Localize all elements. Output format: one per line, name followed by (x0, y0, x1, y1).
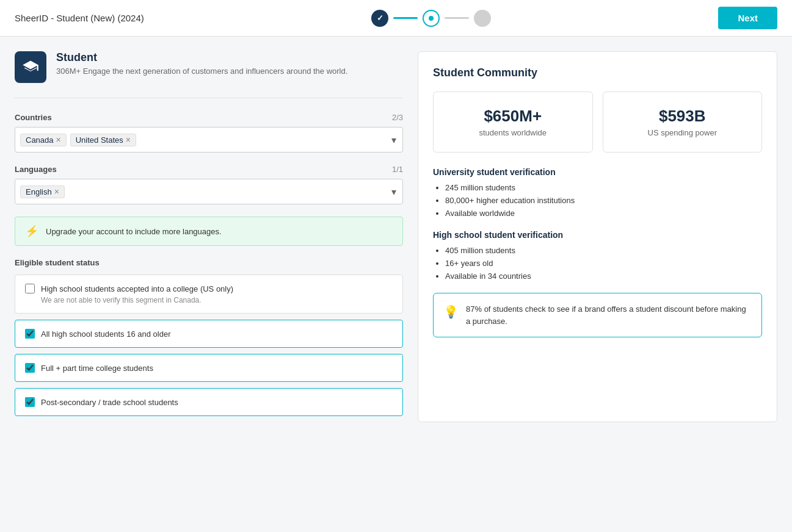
insight-box: 💡 87% of students check to see if a bran… (433, 293, 762, 337)
highschool-list: 405 million students 16+ years old Avail… (433, 246, 762, 281)
tag-english: English × (20, 185, 65, 198)
university-item-2: 80,000+ higher education institutions (445, 196, 762, 205)
page-content: Student 306M+ Engage the next generation… (0, 37, 792, 437)
upgrade-text: Upgrade your account to include more lan… (46, 227, 222, 236)
languages-count: 1/1 (392, 165, 403, 174)
svg-point-0 (429, 16, 434, 21)
checkbox-sub-1: We are not able to verify this segment i… (41, 296, 393, 304)
checkbox-label-2[interactable]: All high school students 16 and older (41, 329, 170, 339)
header: SheerID - Student (New) (2024) ✓ Next (0, 0, 792, 37)
section-subtitle: 306M+ Engage the next generation of cust… (56, 66, 347, 76)
checkbox-label-4[interactable]: Post-secondary / trade school students (41, 398, 178, 407)
checkbox-row-3: Full + part time college students (25, 363, 393, 373)
eligible-label: Eligible student status (15, 258, 403, 267)
languages-select[interactable]: English × ▾ (15, 179, 403, 204)
countries-field: Countries 2/3 Canada × United States × ▾ (15, 113, 403, 153)
step-3 (474, 10, 491, 27)
checkbox-4[interactable] (25, 397, 35, 407)
stat-card-2: $593B US spending power (603, 92, 763, 153)
checkbox-row-2: All high school students 16 and older (25, 329, 393, 339)
checkbox-1[interactable] (25, 284, 35, 293)
checkbox-label-3[interactable]: Full + part time college students (41, 364, 153, 373)
stat-value-2: $593B (613, 107, 752, 126)
eligible-section: Eligible student status High school stud… (15, 258, 403, 416)
stat-label-2: US spending power (613, 128, 752, 137)
lightning-icon: ⚡ (25, 225, 38, 238)
checkbox-row-1: High school students accepted into a col… (25, 284, 393, 293)
left-panel: Student 306M+ Engage the next generation… (15, 51, 418, 422)
checkbox-3[interactable] (25, 363, 35, 373)
university-list: 245 million students 80,000+ higher educ… (433, 183, 762, 218)
highschool-title: High school student verification (433, 230, 762, 240)
countries-label: Countries (15, 113, 52, 122)
tag-united-states: United States × (70, 134, 136, 146)
checkbox-option-1: High school students accepted into a col… (15, 275, 403, 314)
highschool-item-1: 405 million students (445, 246, 762, 255)
university-verification: University student verification 245 mill… (433, 167, 762, 218)
highschool-item-2: 16+ years old (445, 259, 762, 268)
community-title: Student Community (433, 66, 762, 79)
section-info: Student 306M+ Engage the next generation… (56, 51, 347, 76)
stats-row: $650M+ students worldwide $593B US spend… (433, 92, 762, 153)
university-title: University student verification (433, 167, 762, 177)
step-line-2 (445, 17, 469, 19)
countries-count: 2/3 (392, 113, 403, 122)
university-item-3: Available worldwide (445, 209, 762, 218)
insight-text: 87% of students check to see if a brand … (466, 303, 752, 327)
stat-card-1: $650M+ students worldwide (433, 92, 593, 153)
remove-united-states[interactable]: × (126, 135, 131, 144)
upgrade-banner: ⚡ Upgrade your account to include more l… (15, 217, 403, 246)
divider (15, 98, 403, 98)
checkbox-option-4: Post-secondary / trade school students (15, 388, 403, 416)
step-line-1 (393, 17, 418, 19)
section-title: Student (56, 51, 347, 64)
highschool-item-3: Available in 34 countries (445, 271, 762, 281)
next-button[interactable]: Next (718, 7, 777, 29)
countries-chevron: ▾ (391, 134, 396, 146)
languages-label-row: Languages 1/1 (15, 165, 403, 174)
checkbox-option-2: All high school students 16 and older (15, 320, 403, 348)
countries-label-row: Countries 2/3 (15, 113, 403, 122)
languages-label: Languages (15, 165, 57, 174)
countries-select[interactable]: Canada × United States × ▾ (15, 127, 403, 153)
stat-value-1: $650M+ (443, 107, 583, 126)
checkbox-option-3: Full + part time college students (15, 354, 403, 382)
tag-canada: Canada × (20, 134, 67, 146)
page-title: SheerID - Student (New) (2024) (15, 13, 144, 23)
highschool-verification: High school student verification 405 mil… (433, 230, 762, 281)
remove-english[interactable]: × (54, 187, 59, 196)
progress-bar: ✓ (371, 10, 491, 27)
student-icon (15, 51, 46, 83)
right-panel: Student Community $650M+ students worldw… (418, 51, 777, 422)
checkbox-2[interactable] (25, 329, 35, 339)
checkbox-label-1[interactable]: High school students accepted into a col… (41, 284, 233, 293)
step-1: ✓ (371, 10, 388, 27)
university-item-1: 245 million students (445, 183, 762, 192)
section-header: Student 306M+ Engage the next generation… (15, 51, 403, 83)
stat-label-1: students worldwide (443, 128, 583, 137)
step-2 (423, 10, 440, 27)
lightbulb-icon: 💡 (443, 304, 459, 319)
checkbox-row-4: Post-secondary / trade school students (25, 397, 393, 407)
languages-chevron: ▾ (391, 186, 396, 198)
languages-field: Languages 1/1 English × ▾ (15, 165, 403, 204)
remove-canada[interactable]: × (56, 135, 61, 144)
